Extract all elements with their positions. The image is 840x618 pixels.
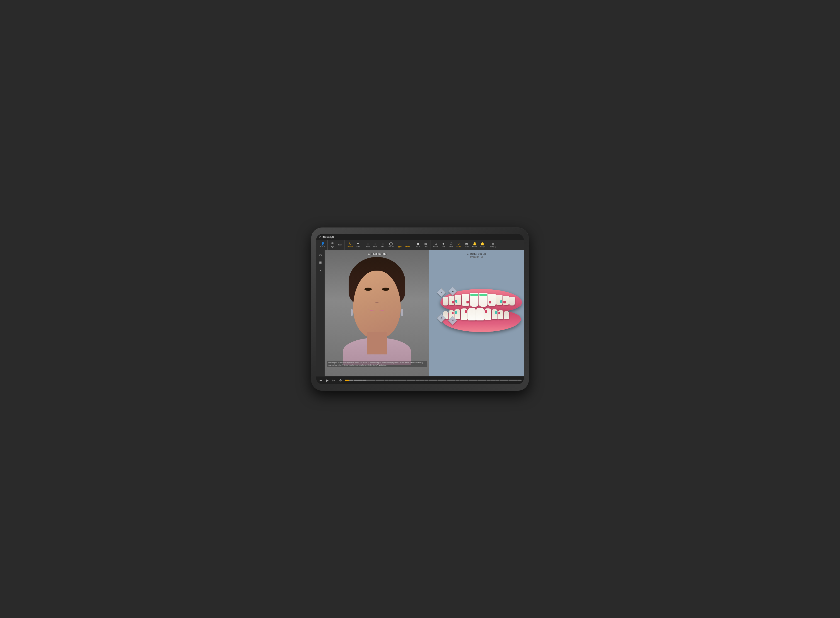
progress-segment[interactable] [477,380,482,381]
player-settings-button[interactable]: ⚙ [338,378,343,383]
progress-segment[interactable] [380,380,384,381]
pontic-icon: 🔔 [473,242,477,245]
view-lower-icon: — [406,242,409,245]
pan-button[interactable]: ✛ Pan [354,242,362,248]
view-right-label: Right [366,245,370,248]
app-logo: ✳ invisalign [319,235,334,238]
view-right-button[interactable]: ≡ Right [364,242,372,248]
attach-button[interactable]: ⊕ Attach [432,242,440,248]
sidebar-oval-icon[interactable]: ⬭ [317,252,324,258]
erupt-button[interactable]: 🔔 Erupt [479,242,486,248]
smile-button[interactable]: ☺ Smile [455,242,462,248]
progress-segment[interactable] [482,380,486,381]
content-area: 1. Initial set up [325,250,524,376]
progress-segment[interactable] [416,380,420,381]
logo-snowflake-icon: ✳ [319,235,321,238]
progress-segment[interactable] [451,380,455,381]
view-lower-button[interactable]: — Lower [404,242,412,248]
progress-segment[interactable] [495,380,500,381]
progress-segment[interactable] [487,380,491,381]
view-anter-button[interactable]: ≡ Anter [372,242,379,248]
progress-segment[interactable] [447,380,451,381]
photo-caption: This image is an example of potential re… [327,361,427,367]
attach-icon: ⊕ [434,242,437,245]
view-left-button[interactable]: ≡ Left [379,242,387,248]
patient-photo [325,250,429,376]
progress-segment[interactable] [442,380,446,381]
view-left-label: Left [381,245,384,248]
dental-3d-model: .3 .4 .5 .5 [438,284,524,348]
progress-segment[interactable] [491,380,495,381]
rotate-button[interactable]: ↻ Rotate [346,242,354,248]
person-icon: 👤 [321,242,324,245]
view-occlvw-button[interactable]: ◯ Occ vw [387,242,395,248]
zoom-controls[interactable]: ⊕ ⊖ [329,241,336,249]
zoom-minus-icon: ⊖ [331,245,334,248]
pontic-button[interactable]: 🔔 Pontic [471,242,479,248]
progress-segment[interactable] [398,380,402,381]
pan-label: Pan [357,245,360,248]
progress-segment[interactable] [464,380,468,381]
progress-segment[interactable] [385,380,389,381]
sidebar-table-icon[interactable]: ⊞ [317,259,324,266]
view-upper-button[interactable]: — Upper [395,242,403,248]
photo-panel: 1. Initial set up [325,250,429,376]
progress-segment[interactable] [504,380,508,381]
player-rewind-button[interactable]: ⏮ [318,378,323,383]
progress-segment[interactable] [394,380,398,381]
progress-segment[interactable] [473,380,477,381]
tma-button[interactable]: ⬡ TMA [448,242,455,248]
super-icon: ▣ [416,242,419,245]
recs-label: RECs [320,245,325,248]
progress-segment[interactable] [376,380,380,381]
progress-segment[interactable] [411,380,415,381]
progress-segment[interactable] [367,380,371,381]
sidebar-chevron-icon[interactable]: ⌄ [317,266,324,273]
super-button[interactable]: ▣ Super [414,242,422,248]
progress-segment[interactable] [500,380,504,381]
progress-segment[interactable] [420,380,424,381]
zoom-plus-icon: ⊕ [331,241,334,245]
tma-icon: ⬡ [450,242,452,245]
progress-segment[interactable] [425,380,429,381]
super-label: Super [416,245,421,248]
progress-segment[interactable] [402,380,406,381]
progress-segment[interactable] [349,380,353,381]
progress-segment[interactable] [460,380,464,381]
progress-segment[interactable] [429,380,433,381]
progress-segment[interactable] [433,380,437,381]
progress-segment[interactable] [363,380,367,381]
left-sidebar: ⬭ ⊞ ⌄ [316,250,325,376]
ipr-button[interactable]: ◈ IPR [440,242,447,248]
progress-segment[interactable] [354,380,358,381]
progress-segment[interactable] [358,380,362,381]
model-title: 1. Initial set up [429,252,524,256]
staging-icon: ▭ [492,242,495,245]
view-right-icon: ≡ [367,242,369,245]
view-anter-icon: ≡ [375,242,376,245]
staging-button[interactable]: ▭ Staging [489,242,498,248]
photo-title: 1. Initial set up [325,252,429,256]
grid-button[interactable]: ⊞ Grid [422,242,429,248]
progress-segment[interactable] [513,380,517,381]
player-forward-button[interactable]: ⏭ [332,378,336,383]
model-subtitle: Invisalign Full [429,256,524,258]
progress-segment[interactable] [469,380,473,381]
progress-segment[interactable] [345,380,349,381]
progress-segment[interactable] [371,380,375,381]
grid-icon: ⊞ [424,242,427,245]
progress-segment[interactable] [508,380,513,381]
progress-segment[interactable] [438,380,442,381]
progress-segment[interactable] [517,380,522,381]
progress-segment[interactable] [456,380,460,381]
view-left-icon: ≡ [382,242,384,245]
occlus-button[interactable]: ◎ Occlus [462,242,471,248]
progress-segment[interactable] [407,380,411,381]
player-play-button[interactable]: ▶ [325,378,330,383]
progress-bar[interactable] [345,380,522,381]
recs-button[interactable]: 👤 RECs [319,242,326,248]
progress-segment[interactable] [389,380,393,381]
erupt-icon: 🔔 [480,242,485,245]
pontic-label: Pontic [472,245,477,248]
tablet-device: ✳ invisalign 👤 RECs ⊕ ⊖ [311,227,529,391]
